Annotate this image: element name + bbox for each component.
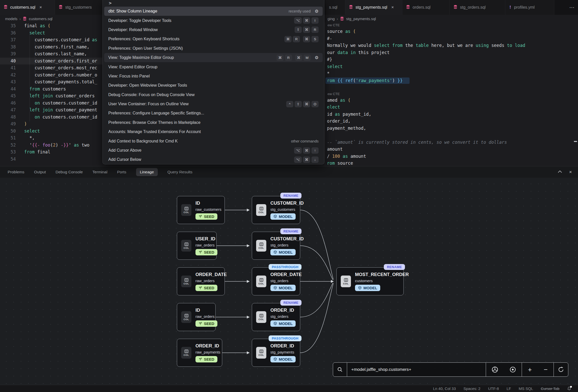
status-cursor-tab[interactable]: Cursor Tab xyxy=(541,386,559,391)
bell-icon[interactable] xyxy=(567,386,571,391)
code-line[interactable]: amed as ( xyxy=(325,97,578,104)
line-number: 35 xyxy=(0,22,16,30)
code-line[interactable]: source as ( xyxy=(325,28,578,35)
palette-item[interactable]: Preferences: Open User Settings (JSON) xyxy=(104,44,323,53)
status-item[interactable]: MS SQL xyxy=(519,386,533,391)
palette-item-label: Add Cursor Above xyxy=(108,148,294,153)
gear-icon[interactable]: ⚙ xyxy=(315,9,319,14)
lineage-node-stg_customers-customer_id[interactable]: RENAMECOLCUSTOMER_IDstg_customersMODEL xyxy=(252,196,300,224)
lineage-node-stg_payments-order_id[interactable]: PASSTHROUGHCOLORDER_IDstg_paymentsMODEL xyxy=(252,339,300,367)
status-item[interactable]: Spaces: 2 xyxy=(463,386,480,391)
palette-item[interactable]: Debug Console: Focus on Debug Console Vi… xyxy=(104,90,323,99)
code-line[interactable]: elect xyxy=(325,104,578,111)
code-line[interactable]: rom source xyxy=(325,160,578,167)
zoom-in-button[interactable]: + xyxy=(522,363,538,376)
focus-icon[interactable] xyxy=(504,363,522,376)
palette-item[interactable]: dbt: Show Column Lineagerecently used⚙ xyxy=(104,7,323,16)
palette-item[interactable]: View: Expand Editor Group xyxy=(104,62,323,71)
status-item[interactable]: LF xyxy=(507,386,511,391)
node-column-name: ORDER_DATE xyxy=(195,272,227,277)
lineage-node-raw_orders-order_date[interactable]: COLORDER_DATEraw_ordersSEED xyxy=(177,267,225,295)
lineage-graph[interactable]: + − COLIDraw_customersSEEDCOLUSER_IDraw_… xyxy=(0,178,578,392)
node-table-name: stg_orders xyxy=(270,279,302,283)
keycap: ⌘ xyxy=(303,156,310,163)
node-table-name: raw_payments xyxy=(195,350,220,354)
palette-item[interactable]: Developer: Reload Window⇧⌘R xyxy=(104,25,323,34)
lineage-node-stg_orders-order_date[interactable]: PASSTHROUGHCOLORDER_DATEstg_ordersMODEL xyxy=(252,267,300,295)
palette-item[interactable]: View: Focus into Panel xyxy=(104,72,323,81)
panel-tab-ports[interactable]: Ports xyxy=(117,170,126,174)
tab-stg_payments-sql[interactable]: stg_payments.sql× xyxy=(345,0,402,15)
refresh-icon[interactable] xyxy=(554,363,568,376)
aperture-icon[interactable] xyxy=(486,363,504,376)
lineage-node-raw_orders-user_id[interactable]: COLUSER_IDraw_ordersSEED xyxy=(177,232,217,260)
tab-stg_orders-sql[interactable]: stg_orders.sql xyxy=(450,0,505,15)
tab-customers-sql[interactable]: customers.sql× xyxy=(0,0,55,15)
codelens-label[interactable]: ew CTE xyxy=(325,91,578,97)
code-line xyxy=(325,84,578,91)
editor-stg-payments-sql[interactable]: ew CTEsource as (#-Normally we would sel… xyxy=(325,22,578,166)
code-line[interactable]: rom {{ ref('raw_payments') }} xyxy=(325,77,578,84)
codelens-label[interactable]: ew CTE xyxy=(325,22,578,28)
status-item[interactable]: Ln 40, Col 33 xyxy=(433,386,456,391)
node-table-name: stg_orders xyxy=(270,314,296,319)
palette-item[interactable]: Developer: Open Webview Developer Tools xyxy=(104,81,323,90)
palette-item[interactable]: Add Cursor Above⌥⌘↑ xyxy=(104,146,323,155)
breadcrumb-folder[interactable]: models xyxy=(5,17,17,21)
palette-item[interactable]: Add Cursor Below⌥⌘↓ xyxy=(104,155,323,164)
palette-item[interactable]: Preferences: Browse Color Themes in Mark… xyxy=(104,118,323,127)
palette-item[interactable]: Add Context to Background for Cmd Kother… xyxy=(104,136,323,146)
palette-item[interactable]: Preferences: Configure Language Specific… xyxy=(104,109,323,118)
tab-orders-sql[interactable]: orders.sql xyxy=(402,0,450,15)
palette-item[interactable]: View: Toggle Maximize Editor Group⌘R⌘M⚙ xyxy=(104,53,323,62)
code-line[interactable]: payment_method, xyxy=(325,125,578,132)
code-line[interactable]: -- `amount` is currently stored in cents… xyxy=(325,139,578,146)
zoom-out-button[interactable]: − xyxy=(538,363,554,376)
breadcrumb-file[interactable]: stg_payments.sql xyxy=(346,17,376,21)
code-line[interactable]: Normally we would select from the table … xyxy=(325,42,578,49)
command-palette-input[interactable]: > xyxy=(103,0,324,7)
code-line[interactable]: our data in this project xyxy=(325,49,578,56)
lineage-node-raw_orders-id[interactable]: COLIDraw_ordersSEED xyxy=(177,303,216,331)
palette-item-label: Developer: Reload Window xyxy=(108,28,295,32)
tab-overflow-icon[interactable]: ⋯ xyxy=(566,0,578,15)
code-line[interactable]: #- xyxy=(325,35,578,42)
panel-tab-lineage[interactable]: Lineage xyxy=(136,168,158,176)
breadcrumb-file[interactable]: customers.sql xyxy=(29,17,52,21)
transform-badge: RENAME xyxy=(280,193,301,199)
panel-tab-terminal[interactable]: Terminal xyxy=(93,170,108,174)
close-tab-icon[interactable]: × xyxy=(40,5,42,10)
status-item[interactable]: UTF-8 xyxy=(488,386,499,391)
lineage-node-customers-most_recent_order[interactable]: RENAMECOLMOST_RECENT_ORDERcustomersMODEL xyxy=(336,267,404,295)
breadcrumb-folder[interactable]: ging xyxy=(327,17,335,21)
lineage-search-input[interactable] xyxy=(347,367,486,372)
code-line[interactable]: / 100 as amount xyxy=(325,153,578,160)
gear-icon[interactable]: ⚙ xyxy=(315,55,319,60)
lineage-node-raw_payments-order_id[interactable]: COLORDER_IDraw_paymentsSEED xyxy=(177,339,222,367)
tab-s-sql[interactable]: s.sql xyxy=(325,0,345,15)
code-line[interactable]: #} xyxy=(325,56,578,63)
panel-tab-query-results[interactable]: Query Results xyxy=(167,170,192,174)
lineage-node-raw_customers-id[interactable]: COLIDraw_customersSEED xyxy=(177,196,225,224)
close-panel-icon[interactable]: × xyxy=(569,169,572,175)
line-number: 38 xyxy=(0,44,16,51)
palette-item[interactable]: User View Container: Focus on Outline Vi… xyxy=(104,99,323,109)
panel-tab-problems[interactable]: Problems xyxy=(8,170,24,174)
palette-item[interactable]: Developer: Toggle Developer Tools⌥⌘I xyxy=(104,16,323,25)
code-line[interactable]: select xyxy=(325,63,578,70)
lineage-node-stg_orders-order_id[interactable]: RENAMECOLORDER_IDstg_ordersMODEL xyxy=(252,303,300,331)
line-number: 37 xyxy=(0,36,16,44)
chevron-up-icon[interactable] xyxy=(557,170,562,174)
lineage-node-stg_orders-customer_id[interactable]: RENAMECOLCUSTOMER_IDstg_ordersMODEL xyxy=(252,232,300,260)
palette-item[interactable]: Preferences: Open Keyboard Shortcuts⌘R⌘S xyxy=(104,34,323,44)
panel-tab-debug-console[interactable]: Debug Console xyxy=(56,170,83,174)
code-line[interactable]: id as payment_id, xyxy=(325,111,578,118)
transform-badge: PASSTHROUGH xyxy=(269,335,301,341)
panel-tab-output[interactable]: Output xyxy=(34,170,46,174)
code-line[interactable]: amount xyxy=(325,146,578,153)
tab-profiles-yml[interactable]: !profiles.yml xyxy=(505,0,554,15)
close-tab-icon[interactable]: × xyxy=(391,5,394,10)
palette-item[interactable]: Accounts: Manage Trusted Extensions For … xyxy=(104,127,323,136)
code-line[interactable]: order_id, xyxy=(325,118,578,125)
code-line[interactable]: * xyxy=(325,70,578,77)
